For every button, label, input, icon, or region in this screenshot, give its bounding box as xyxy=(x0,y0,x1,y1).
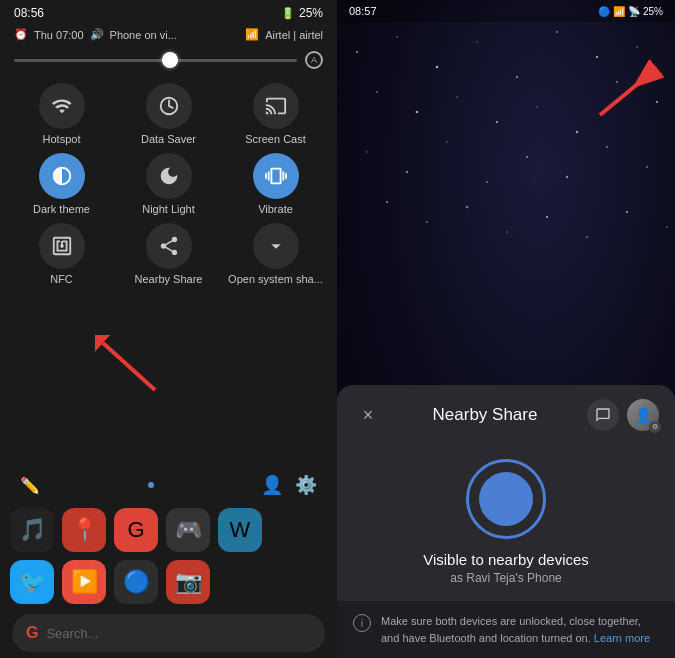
signal-bars: 📡 xyxy=(628,6,640,17)
search-hint: Search... xyxy=(46,626,98,641)
battery-left: 25% xyxy=(299,6,323,20)
visibility-sub: as Ravi Teja's Phone xyxy=(423,571,589,585)
brightness-row[interactable]: A xyxy=(0,47,337,77)
vibrate-label: Vibrate xyxy=(258,203,293,215)
time-right: 08:57 xyxy=(349,5,377,17)
edit-icon[interactable]: ✏️ xyxy=(20,476,40,495)
battery-right: 25% xyxy=(643,6,663,17)
qs-tile-nfc[interactable]: NFC xyxy=(12,223,111,285)
qs-tile-hotspot[interactable]: Hotspot xyxy=(12,83,111,145)
app-icon-3[interactable]: G xyxy=(114,508,158,552)
signal-icon: 📶 xyxy=(245,28,259,41)
app-row-2: 🐦 ▶️ 🔵 📷 xyxy=(10,560,327,604)
svg-point-19 xyxy=(366,151,368,153)
user-icon[interactable]: 👤 xyxy=(261,474,283,496)
close-button[interactable]: × xyxy=(353,405,383,426)
svg-point-33 xyxy=(626,211,628,213)
gear-badge-icon: ⚙ xyxy=(649,421,661,433)
svg-point-30 xyxy=(506,231,507,232)
svg-point-23 xyxy=(526,156,528,158)
svg-point-20 xyxy=(406,171,408,173)
app-icon-9[interactable]: 📷 xyxy=(166,560,210,604)
app-icon-7[interactable]: ▶️ xyxy=(62,560,106,604)
battery-icon-left: 🔋 xyxy=(281,7,295,20)
sheet-title: Nearby Share xyxy=(383,405,587,425)
svg-point-24 xyxy=(566,176,568,178)
sheet-actions: 👤 ⚙ xyxy=(587,399,659,431)
footer-text: Make sure both devices are unlocked, clo… xyxy=(381,613,659,646)
hotspot-label: Hotspot xyxy=(43,133,81,145)
svg-point-29 xyxy=(466,206,469,209)
sheet-content: Visible to nearby devices as Ravi Teja's… xyxy=(337,439,675,601)
app-icon-4[interactable]: 🎮 xyxy=(166,508,210,552)
svg-point-34 xyxy=(666,226,668,228)
nearby-share-label: Nearby Share xyxy=(135,273,203,285)
svg-point-12 xyxy=(416,111,419,114)
visibility-text: Visible to nearby devices as Ravi Teja's… xyxy=(423,551,589,585)
svg-point-4 xyxy=(396,36,398,38)
open-system-label: Open system sha... xyxy=(228,273,323,285)
nfc-icon[interactable] xyxy=(39,223,85,269)
night-light-icon[interactable] xyxy=(146,153,192,199)
nearby-share-icon[interactable] xyxy=(146,223,192,269)
svg-point-13 xyxy=(456,96,457,97)
svg-point-27 xyxy=(386,201,388,203)
qs-tile-dark-theme[interactable]: Dark theme xyxy=(12,153,111,215)
svg-point-6 xyxy=(476,41,477,42)
avatar-button[interactable]: 👤 ⚙ xyxy=(627,399,659,431)
data-saver-icon[interactable] xyxy=(146,83,192,129)
quick-settings-grid: Hotspot Data Saver Screen Cast Dark them… xyxy=(0,77,337,291)
qs-tile-data-saver[interactable]: Data Saver xyxy=(119,83,218,145)
app-icon-6[interactable]: 🐦 xyxy=(10,560,54,604)
svg-point-28 xyxy=(426,221,428,223)
phone-on-text: Phone on vi... xyxy=(110,29,177,41)
left-panel: 08:56 🔋 25% ⏰ Thu 07:00 🔊 Phone on vi...… xyxy=(0,0,337,658)
google-g: G xyxy=(26,624,38,642)
svg-point-16 xyxy=(576,131,578,133)
night-light-label: Night Light xyxy=(142,203,195,215)
settings-icon[interactable]: ⚙️ xyxy=(295,474,317,496)
search-bar[interactable]: G Search... xyxy=(12,614,325,652)
info-icon: i xyxy=(353,614,371,632)
svg-point-15 xyxy=(536,106,538,108)
stars xyxy=(337,22,675,422)
hotspot-icon[interactable] xyxy=(39,83,85,129)
app-icon-2[interactable]: 📍 xyxy=(62,508,106,552)
status-bar-right: 08:57 🔵 📶 📡 25% xyxy=(337,0,675,22)
sheet-footer: i Make sure both devices are unlocked, c… xyxy=(337,601,675,658)
brightness-auto-icon[interactable]: A xyxy=(305,51,323,69)
screen-cast-icon[interactable] xyxy=(253,83,299,129)
qs-tile-vibrate[interactable]: Vibrate xyxy=(226,153,325,215)
visibility-inner-circle xyxy=(479,472,533,526)
svg-point-17 xyxy=(616,81,618,83)
app-icon-1[interactable]: 🎵 xyxy=(10,508,54,552)
carrier-text: Airtel | airtel xyxy=(265,29,323,41)
svg-point-18 xyxy=(656,101,658,103)
sheet-header: × Nearby Share 👤 ⚙ xyxy=(337,385,675,439)
bottom-bar: ✏️ 👤 ⚙️ xyxy=(0,466,337,504)
wifi-icon: 📶 xyxy=(613,6,625,17)
qs-tile-open-system[interactable]: Open system sha... xyxy=(226,223,325,285)
vibrate-icon[interactable] xyxy=(253,153,299,199)
message-icon-btn[interactable] xyxy=(587,399,619,431)
svg-point-32 xyxy=(586,236,588,238)
brightness-thumb[interactable] xyxy=(162,52,178,68)
app-icon-5[interactable]: W xyxy=(218,508,262,552)
open-system-icon[interactable] xyxy=(253,223,299,269)
app-icon-8[interactable]: 🔵 xyxy=(114,560,158,604)
brightness-slider[interactable] xyxy=(14,59,297,62)
svg-point-25 xyxy=(606,146,608,148)
home-screen-apps: 🎵 📍 G 🎮 W 🐦 ▶️ 🔵 📷 xyxy=(0,504,337,608)
time-left: 08:56 xyxy=(14,6,44,20)
status-bar-left: 08:56 🔋 25% xyxy=(0,0,337,26)
visibility-indicator xyxy=(466,459,546,539)
app-row-1: 🎵 📍 G 🎮 W xyxy=(10,508,327,552)
svg-line-2 xyxy=(103,343,155,390)
learn-more-link[interactable]: Learn more xyxy=(594,632,650,644)
qs-tile-screen-cast[interactable]: Screen Cast xyxy=(226,83,325,145)
right-panel: 08:57 🔵 📶 📡 25% × Nearby Share xyxy=(337,0,675,658)
qs-tile-nearby-share[interactable]: Nearby Share xyxy=(119,223,218,285)
dark-theme-icon[interactable] xyxy=(39,153,85,199)
data-saver-label: Data Saver xyxy=(141,133,196,145)
qs-tile-night-light[interactable]: Night Light xyxy=(119,153,218,215)
